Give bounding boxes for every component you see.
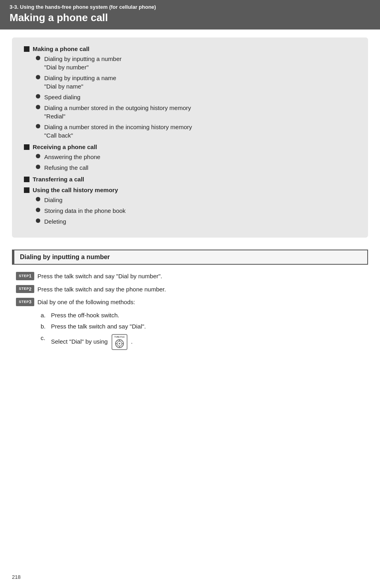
bullet-icon	[36, 94, 40, 98]
step-row-1: STEP 1 Press the talk switch and say "Di…	[16, 272, 364, 281]
dialing-section-header: Dialing by inputting a number	[12, 250, 368, 265]
svg-point-4	[119, 343, 120, 344]
tune-file-icon: TUNE·FILE	[111, 334, 128, 350]
list-item: Dialing	[36, 196, 356, 204]
bullet-icon	[36, 165, 40, 169]
sub-step-text-b: Press the talk switch and say "Dial".	[51, 322, 146, 331]
step-badge-3: STEP 3	[16, 298, 34, 306]
toc-history-items: Dialing Storing data in the phone book D…	[24, 196, 356, 226]
list-item: Dialing a number stored in the outgoing …	[36, 104, 356, 120]
sub-step-text-a: Press the off-hook switch.	[51, 311, 119, 320]
sub-step-label-a: a.	[41, 311, 49, 320]
step-row-2: STEP 2 Press the talk switch and say the…	[16, 285, 364, 294]
toc-box: Making a phone call Dialing by inputting…	[12, 37, 368, 238]
bullet-icon	[36, 154, 40, 158]
square-icon	[24, 46, 29, 52]
toc-section-history-title: Using the call history memory	[24, 187, 356, 193]
sub-step-text-c: Select "Dial" by using TUNE·FILE	[51, 334, 133, 350]
sub-steps: a. Press the off-hook switch. b. Press t…	[16, 311, 364, 350]
step-text-2: Press the talk switch and say the phone …	[37, 285, 166, 294]
square-icon	[24, 144, 29, 150]
step-badge-2: STEP 2	[16, 285, 34, 293]
bullet-icon	[36, 56, 40, 60]
step-badge-1: STEP 1	[16, 272, 34, 280]
toc-section-receiving-title: Receiving a phone call	[24, 144, 356, 150]
list-item: Dialing by inputting a number "Dial by n…	[36, 55, 356, 71]
bullet-icon	[36, 218, 40, 223]
page-header: 3-3. Using the hands-free phone system (…	[0, 0, 380, 29]
sub-step-c: c. Select "Dial" by using TUNE·FILE	[41, 334, 364, 350]
list-item: Deleting	[36, 217, 356, 226]
toc-section-receiving: Receiving a phone call Answering the pho…	[24, 144, 356, 172]
bullet-icon	[36, 208, 40, 212]
square-icon	[24, 187, 29, 193]
toc-section-making-title: Making a phone call	[24, 45, 356, 52]
bullet-icon	[36, 105, 40, 109]
sub-step-label-c: c.	[41, 334, 49, 343]
toc-section-history: Using the call history memory Dialing St…	[24, 187, 356, 226]
square-icon	[24, 177, 29, 182]
page-number: 218	[12, 574, 21, 580]
list-item: Storing data in the phone book	[36, 206, 356, 215]
sub-step-label-b: b.	[41, 322, 49, 331]
toc-section-transferring: Transferring a call	[24, 176, 356, 183]
list-item: Dialing by inputting a name "Dial by nam…	[36, 74, 356, 90]
page-wrapper: 3-3. Using the hands-free phone system (…	[0, 0, 380, 588]
bullet-icon	[36, 75, 40, 79]
toc-section-transferring-title: Transferring a call	[24, 176, 356, 183]
toc-section-making: Making a phone call Dialing by inputting…	[24, 45, 356, 140]
header-title: Making a phone call	[10, 12, 370, 24]
list-item: Refusing the call	[36, 163, 356, 172]
step-row-3: STEP 3 Dial by one of the following meth…	[16, 298, 364, 307]
header-subtitle: 3-3. Using the hands-free phone system (…	[10, 4, 370, 10]
sub-step-a: a. Press the off-hook switch.	[41, 311, 364, 320]
list-item: Speed dialing	[36, 93, 356, 101]
bullet-icon	[36, 197, 40, 201]
sub-step-b: b. Press the talk switch and say "Dial".	[41, 322, 364, 331]
list-item: Answering the phone	[36, 153, 356, 161]
svg-text:TUNE·FILE: TUNE·FILE	[114, 336, 125, 338]
bullet-icon	[36, 124, 40, 128]
steps-area: STEP 1 Press the talk switch and say "Di…	[12, 272, 368, 350]
toc-making-items: Dialing by inputting a number "Dial by n…	[24, 55, 356, 140]
main-content: Making a phone call Dialing by inputting…	[0, 29, 380, 365]
step-text-1: Press the talk switch and say "Dial by n…	[37, 272, 162, 281]
list-item: Dialing a number stored in the incoming …	[36, 123, 356, 140]
toc-receiving-items: Answering the phone Refusing the call	[24, 153, 356, 172]
step-text-3: Dial by one of the following methods:	[37, 298, 135, 307]
